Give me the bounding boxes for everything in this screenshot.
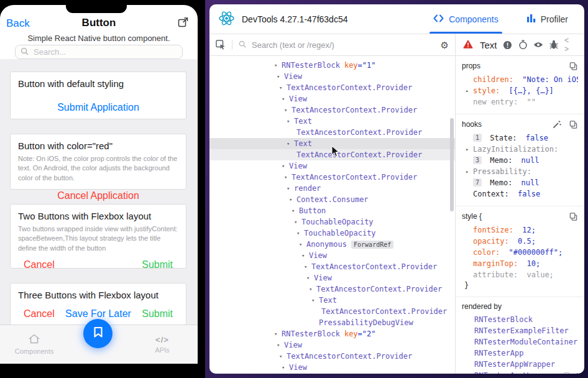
eye-icon[interactable]: [533, 40, 543, 50]
tab-apis[interactable]: </> APIs: [134, 334, 190, 354]
expand-arrow-icon[interactable]: ▾: [306, 275, 314, 281]
expand-arrow-icon[interactable]: ▾: [289, 196, 296, 203]
devtools-search-input[interactable]: [250, 40, 441, 50]
tree-row[interactable]: ▾ TextAncestorContext.Provider: [209, 82, 455, 93]
tree-row[interactable]: TextAncestorContext.Provider: [209, 306, 455, 317]
expand-arrow-icon[interactable]: ▾: [284, 107, 292, 113]
style-row[interactable]: attribute: value;: [462, 269, 578, 280]
phone-button[interactable]: Save For Later: [65, 308, 131, 320]
expand-arrow-icon[interactable]: ▸: [466, 166, 472, 177]
tree-row[interactable]: ▾ View: [209, 160, 455, 172]
tree-row[interactable]: ▾ Button: [209, 205, 455, 216]
expand-arrow-icon[interactable]: ▾: [294, 219, 301, 225]
tree-row[interactable]: ▾ View: [209, 250, 455, 261]
open-external-icon[interactable]: [178, 17, 189, 28]
magic-wand-icon[interactable]: [552, 119, 562, 129]
phone-button[interactable]: Submit: [142, 308, 173, 320]
expand-arrow-icon[interactable]: ▾: [279, 85, 287, 91]
tree-row[interactable]: ▾ View: [209, 93, 455, 104]
tree-row[interactable]: ▾ TextAncestorContext.Provider: [209, 373, 455, 374]
tree-row[interactable]: ▾ TextAncestorContext.Provider: [209, 284, 455, 295]
expand-arrow-icon[interactable]: ▾: [282, 163, 289, 169]
prop-value[interactable]: "Note: On iOS, the: [522, 75, 578, 84]
owner-row[interactable]: RNTesterApp: [462, 348, 578, 359]
prop-row[interactable]: ▸ style: [{…}, {…}]: [462, 85, 578, 96]
style-prop-value[interactable]: 12;: [522, 226, 536, 234]
hook-value[interactable]: false: [526, 134, 548, 142]
hook-value[interactable]: null: [521, 178, 540, 187]
expand-arrow-icon[interactable]: ▾: [301, 252, 309, 259]
tree-scrollbar-thumb[interactable]: [450, 118, 454, 211]
tree-row[interactable]: ▾ View: [209, 339, 455, 351]
owner-name[interactable]: RNTesterApp: [474, 349, 523, 357]
tree-row[interactable]: ▾ Anonymous ForwardRef: [209, 239, 455, 250]
tree-row[interactable]: ▾ Context.Consumer: [209, 194, 455, 205]
phone-button[interactable]: Submit: [142, 259, 173, 270]
tree-row[interactable]: ▾ RNTesterBlock key="2": [209, 328, 455, 339]
owner-row[interactable]: RNTesterBlock: [462, 314, 578, 325]
style-row[interactable]: marginTop: 10;: [462, 258, 578, 269]
hook-row[interactable]: 1 State: false: [462, 132, 578, 144]
tree-row[interactable]: ▾ TextAncestorContext.Provider: [209, 351, 455, 362]
expand-arrow-icon[interactable]: ▾: [292, 208, 299, 214]
expand-arrow-icon[interactable]: ▾: [309, 286, 316, 292]
owner-row[interactable]: RNTesterAppWrapper +1: [462, 370, 578, 374]
hook-value[interactable]: null: [521, 156, 540, 165]
expand-arrow-icon[interactable]: ▾: [287, 185, 294, 191]
hook-row[interactable]: ▸ LazyInitialization:: [462, 144, 578, 155]
owner-name[interactable]: RNTesterAppWrapper: [474, 360, 555, 369]
tree-row[interactable]: ▾ Text: [209, 116, 455, 127]
phone-button[interactable]: Cancel: [24, 259, 55, 270]
expand-arrow-icon[interactable]: ▾: [274, 331, 282, 337]
expand-arrow-icon[interactable]: ▾: [284, 174, 292, 180]
hook-row[interactable]: ▸ Pressability:: [462, 166, 578, 177]
phone-button[interactable]: Cancel Application: [57, 190, 139, 201]
expand-arrow-icon[interactable]: ▸: [466, 144, 472, 155]
owner-name[interactable]: RNTesterAppWrapper: [474, 371, 555, 374]
tree-row[interactable]: ▾ TextAncestorContext.Provider: [209, 172, 455, 183]
owner-row[interactable]: RNTesterModuleContainer: [462, 336, 578, 348]
copy-icon[interactable]: [568, 61, 578, 71]
expand-arrow-icon[interactable]: ▾: [282, 96, 289, 102]
style-prop-value[interactable]: 0.5;: [518, 237, 536, 246]
hook-row[interactable]: 7 Memo: null: [462, 177, 578, 188]
inspect-element-icon[interactable]: [216, 40, 226, 50]
copy-icon[interactable]: [568, 211, 578, 221]
expand-arrow-icon[interactable]: ▾: [274, 62, 282, 68]
owner-row[interactable]: RNTesterAppWrapper: [462, 359, 578, 370]
style-row[interactable]: fontSize: 12;: [462, 224, 578, 236]
expand-arrow-icon[interactable]: ▾: [277, 73, 284, 80]
search-input[interactable]: [32, 47, 177, 57]
stopwatch-icon[interactable]: [518, 40, 528, 50]
owner-name[interactable]: RNTesterBlock: [474, 315, 533, 324]
tree-row[interactable]: PressabilityDebugView: [209, 317, 455, 328]
expand-arrow-icon[interactable]: ▾: [287, 118, 294, 124]
tree-row[interactable]: ▾ Text: [209, 295, 455, 306]
tree-row[interactable]: ▾ TextAncestorContext.Provider: [209, 104, 455, 116]
hook-value[interactable]: false: [518, 190, 540, 198]
tree-row[interactable]: ▾ View: [209, 362, 455, 373]
style-prop-value[interactable]: "#000000ff";: [509, 248, 563, 257]
owner-row[interactable]: RNTesterExampleFilter: [462, 325, 578, 336]
expand-arrow-icon[interactable]: ▸: [466, 85, 472, 96]
expand-arrow-icon[interactable]: ▾: [277, 342, 284, 348]
tree-row[interactable]: ▾ RNTesterBlock key="1": [209, 60, 455, 71]
bookmark-fab[interactable]: [83, 319, 113, 348]
expand-arrow-icon[interactable]: ▾: [282, 364, 289, 371]
bug-icon[interactable]: [549, 40, 559, 50]
style-prop-value[interactable]: 10;: [526, 259, 540, 268]
tab-components[interactable]: Components: [6, 334, 62, 355]
prop-row[interactable]: children: "Note: On iOS, the: [462, 74, 578, 85]
owner-name[interactable]: RNTesterModuleContainer: [474, 338, 577, 346]
owner-name[interactable]: RNTesterExampleFilter: [474, 326, 569, 335]
expand-arrow-icon[interactable]: ▾: [304, 264, 311, 270]
tree-row[interactable]: ▾ TouchableOpacity: [209, 228, 455, 239]
style-row[interactable]: opacity: 0.5;: [462, 236, 578, 247]
style-row[interactable]: color: "#000000ff";: [462, 247, 578, 258]
expand-arrow-icon[interactable]: ▾: [279, 353, 287, 359]
expand-arrow-icon[interactable]: ▾: [311, 297, 319, 303]
prop-row[interactable]: new entry: "": [462, 96, 578, 108]
expand-arrow-icon[interactable]: ▾: [296, 230, 304, 236]
style-prop-value[interactable]: value;: [526, 270, 553, 279]
tree-row[interactable]: TextAncestorContext.Provider: [209, 127, 455, 138]
